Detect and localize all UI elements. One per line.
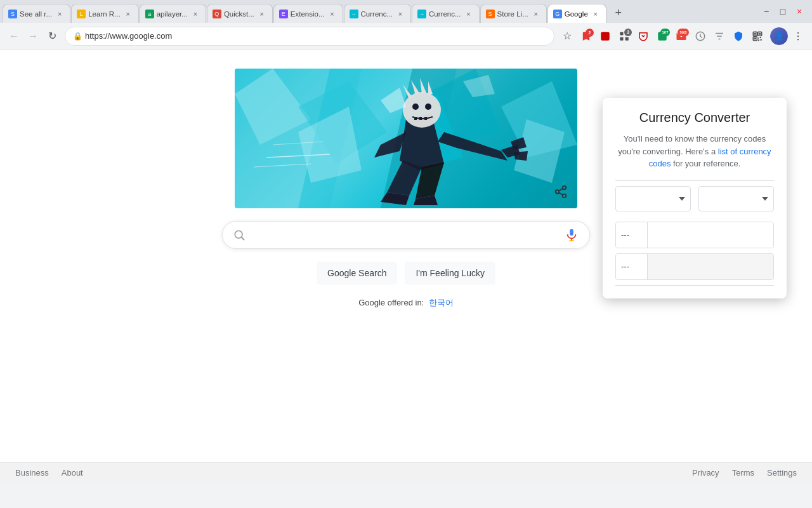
tab-8-google[interactable]: G Google × <box>547 4 606 23</box>
tab-0-close[interactable]: × <box>55 9 65 19</box>
ext-green[interactable]: 107 <box>653 27 671 45</box>
doodle-share-button[interactable] <box>551 182 571 202</box>
from-currency-select[interactable] <box>615 186 691 211</box>
footer: Business About Privacy Terms Settings <box>0 462 812 483</box>
tab-8-title: Google <box>565 10 588 18</box>
tab-5-close[interactable]: × <box>395 9 405 19</box>
browser-chrome: S See all r... × L Learn R... × a apilay… <box>0 0 812 50</box>
footer-bottom: Business About Privacy Terms Settings <box>0 463 812 483</box>
main-content: Google Search I'm Feeling Lucky Google o… <box>0 50 812 483</box>
currency-selectors <box>615 186 774 211</box>
svg-line-62 <box>242 237 244 240</box>
voice-search-button[interactable] <box>564 227 579 243</box>
svg-rect-41 <box>414 117 417 120</box>
footer-left-links: Business About <box>15 468 83 478</box>
bookmark-star-button[interactable]: ☆ <box>558 27 576 45</box>
search-icon <box>233 229 246 241</box>
svg-point-20 <box>797 39 799 40</box>
doodle-svg <box>235 69 577 208</box>
tab-1-close[interactable]: × <box>123 9 133 19</box>
svg-rect-63 <box>570 229 573 236</box>
tab-6-title: Currenc... <box>429 10 461 18</box>
tab-2[interactable]: a apilayer... × <box>140 4 206 23</box>
footer-business-link[interactable]: Business <box>15 468 49 478</box>
ext-pocket[interactable] <box>634 27 652 45</box>
tab-3-favicon: Q <box>213 10 221 18</box>
search-buttons: Google Search I'm Feeling Lucky <box>317 262 495 284</box>
from-currency-value[interactable] <box>648 222 773 248</box>
tab-7[interactable]: S Store Li... × <box>480 4 547 23</box>
popup-top-divider <box>615 180 774 181</box>
tab-8-favicon: G <box>553 10 562 18</box>
chrome-menu-button[interactable] <box>789 27 807 45</box>
from-currency-code: --- <box>616 222 648 248</box>
minimize-button[interactable]: − <box>759 4 774 19</box>
tab-4[interactable]: E Extensio... × <box>273 4 343 23</box>
tab-7-favicon: S <box>486 10 495 18</box>
svg-point-39 <box>412 104 419 110</box>
close-button[interactable]: × <box>792 4 807 19</box>
google-search-button[interactable]: Google Search <box>317 262 397 284</box>
tab-5[interactable]: → Currenc... × <box>344 4 412 23</box>
footer-privacy-link[interactable]: Privacy <box>692 468 719 478</box>
tab-1-favicon: L <box>77 10 86 18</box>
tab-7-title: Store Li... <box>497 10 528 18</box>
svg-rect-3 <box>620 37 623 40</box>
ext-mail[interactable]: 5665 <box>672 27 690 45</box>
ext-filter[interactable] <box>710 27 728 45</box>
tab-6-favicon: → <box>417 10 426 18</box>
maximize-button[interactable]: □ <box>775 4 790 19</box>
tab-4-close[interactable]: × <box>327 9 337 19</box>
svg-point-58 <box>563 194 566 198</box>
to-currency-value <box>648 254 773 279</box>
tab-3[interactable]: Q Quickst... × <box>207 4 273 23</box>
ext-bookmark[interactable]: 2 <box>577 27 595 45</box>
svg-marker-37 <box>514 151 528 161</box>
footer-about-link[interactable]: About <box>62 468 83 478</box>
profile-avatar[interactable]: 👤 <box>770 27 788 45</box>
forward-button[interactable]: → <box>24 27 42 45</box>
tab-5-favicon: → <box>350 10 358 18</box>
svg-rect-4 <box>625 37 629 40</box>
footer-terms-link[interactable]: Terms <box>732 468 754 478</box>
currency-converter-popup: Currency Converter You'll need to know t… <box>603 98 787 298</box>
svg-rect-13 <box>754 37 756 39</box>
svg-rect-43 <box>424 117 427 120</box>
window-controls: − □ × <box>754 0 812 23</box>
tab-8-close[interactable]: × <box>591 9 601 19</box>
ext-red[interactable] <box>596 27 614 45</box>
new-tab-button[interactable]: + <box>610 4 627 22</box>
ext-grid[interactable]: 3 <box>615 27 633 45</box>
svg-line-60 <box>559 189 563 191</box>
ext-clock[interactable] <box>691 27 709 45</box>
svg-rect-15 <box>760 36 761 37</box>
extensions-area: 2 3 107 5665 <box>577 27 766 45</box>
to-currency-select[interactable] <box>698 186 774 211</box>
search-bar[interactable] <box>222 221 590 249</box>
back-button[interactable]: ← <box>5 27 23 45</box>
feeling-lucky-button[interactable]: I'm Feeling Lucky <box>405 262 495 284</box>
tab-1[interactable]: L Learn R... × <box>71 4 139 23</box>
tab-0-favicon: S <box>8 10 17 18</box>
tab-6[interactable]: → Currenc... × <box>412 4 480 23</box>
ext-qr[interactable] <box>749 27 766 45</box>
tab-2-close[interactable]: × <box>190 9 200 19</box>
svg-point-18 <box>797 32 799 33</box>
svg-line-59 <box>559 192 563 195</box>
ext-shield[interactable] <box>730 27 747 45</box>
google-doodle <box>235 69 577 208</box>
svg-point-19 <box>797 35 799 36</box>
korean-language-link[interactable]: 한국어 <box>429 298 454 307</box>
tab-6-close[interactable]: × <box>464 9 474 19</box>
tab-3-close[interactable]: × <box>257 9 267 19</box>
tab-0[interactable]: S See all r... × <box>3 4 70 23</box>
tab-row: S See all r... × L Learn R... × a apilay… <box>0 0 812 23</box>
footer-settings-link[interactable]: Settings <box>767 468 797 478</box>
svg-rect-17 <box>761 39 762 40</box>
svg-point-57 <box>556 190 560 194</box>
address-bar[interactable]: 🔒 https://www.google.com <box>65 27 554 46</box>
refresh-button[interactable]: ↻ <box>43 27 61 45</box>
search-container <box>222 221 590 249</box>
tab-7-close[interactable]: × <box>531 9 541 19</box>
address-bar-row: ← → ↻ 🔒 https://www.google.com ☆ 2 3 <box>0 23 812 50</box>
